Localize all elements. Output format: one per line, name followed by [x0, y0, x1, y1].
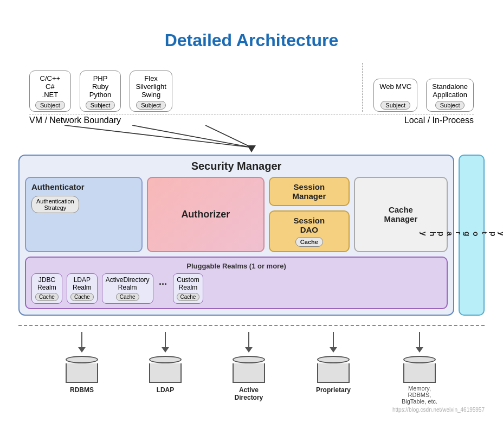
arrow-line-rdbms [81, 332, 82, 347]
cylinder-label-proprietary: Proprietary [316, 386, 351, 394]
clients-section: C/C++ C# .NET Subject PHP Ruby Python Su… [18, 60, 485, 112]
realm-ldap: LDAPRealm Cache [67, 273, 98, 304]
realm-activedir-label: ActiveDirectoryRealm [106, 276, 150, 291]
arrow-line-ldap [165, 332, 166, 347]
lower-boundary [18, 320, 485, 330]
client-php-line3: Python [86, 91, 115, 99]
realm-custom-cache: Cache [177, 293, 200, 301]
watermark: https://blog.csdn.net/weixin_46195957 [18, 407, 485, 413]
arrow-down-memory [416, 347, 423, 353]
session-manager-box: SessionManager [269, 177, 350, 206]
security-manager-box: Security Manager Authenticator Authentic… [18, 155, 454, 316]
client-flex-line2: Silverlight [136, 82, 166, 91]
lower-dashed-line [18, 325, 485, 326]
cylinder-top-proprietary [317, 356, 350, 363]
boundary-section: VM / Network Boundary Local / In-Process [29, 114, 474, 125]
arrow-rdbms [78, 332, 86, 354]
datastore-activedir-col: ActiveDirectory [233, 332, 265, 401]
client-webmvc: Web MVC Subject [373, 79, 417, 112]
arrow-activedir [245, 332, 253, 354]
authorizer-title: Authorizer [181, 209, 230, 220]
realm-custom: CustomRealm Cache [173, 273, 204, 304]
realm-jdbc: JDBCRealm Cache [31, 273, 62, 304]
components-top-row: Authenticator AuthenticationStrategy Aut… [25, 177, 448, 252]
cylinder-top-memory [403, 356, 436, 363]
client-flex-line1: Flex [136, 74, 166, 82]
security-manager-title: Security Manager [25, 160, 448, 172]
realm-jdbc-label: JDBCRealm [35, 276, 59, 291]
authenticator-title: Authenticator [31, 182, 136, 191]
session-dao-title: SessionDAO [275, 216, 343, 234]
client-php: PHP Ruby Python Subject [80, 71, 121, 112]
cylinder-label-ldap: LDAP [157, 386, 175, 394]
session-dao-cache-badge: Cache [295, 237, 323, 247]
authorizer-box: Authorizer [147, 177, 265, 252]
diagram-container: Detailed Architecture C/C++ C# .NET Subj… [8, 25, 495, 424]
client-standalone-line2: Application [432, 91, 468, 99]
page-title: Detailed Architecture [18, 30, 485, 50]
bottom-row: Pluggable Realms (1 or more) JDBCRealm C… [25, 257, 448, 309]
boundary-right-label: Local / In-Process [404, 116, 474, 125]
arrow-line-activedir [248, 332, 249, 347]
cylinder-ldap [149, 356, 182, 383]
client-standalone: Standalone Application Subject [426, 79, 474, 112]
cylinder-body-activedir [233, 363, 265, 383]
client-standalone-line1: Standalone [432, 82, 468, 91]
cylinder-top-rdbms [66, 356, 98, 363]
client-cpp-badge: Subject [35, 101, 65, 110]
arrow-proprietary [330, 332, 337, 354]
bottom-section: RDBMS LDAP ActiveDirectory [18, 332, 485, 405]
arrow-memory [416, 332, 423, 354]
left-clients-group: C/C++ C# .NET Subject PHP Ruby Python Su… [29, 71, 351, 112]
arrow-down-rdbms [78, 347, 86, 353]
cylinder-body-rdbms [66, 363, 98, 383]
svg-line-2 [205, 125, 252, 148]
client-cpp: C/C++ C# .NET Subject [29, 71, 71, 112]
arrow-down-proprietary [330, 347, 337, 353]
client-cpp-line3: .NET [35, 91, 65, 99]
session-manager-title: SessionManager [293, 182, 326, 201]
arrow-down-ldap [162, 347, 169, 353]
client-flex-badge: Subject [136, 101, 166, 110]
arrow-line-memory [419, 332, 420, 347]
cryptography-label: Cryptography [420, 232, 503, 238]
realms-section: Pluggable Realms (1 or more) JDBCRealm C… [25, 257, 448, 309]
auth-strategy-badge: AuthenticationStrategy [31, 196, 79, 213]
client-php-line2: Ruby [86, 82, 115, 91]
boundary-line [29, 114, 474, 114]
cryptography-box: Cryptography [459, 155, 485, 316]
vertical-separator [362, 63, 363, 112]
boundary-left-label: VM / Network Boundary [29, 116, 121, 125]
cache-manager-box: CacheManager [354, 177, 448, 252]
realm-activedir-cache: Cache [116, 293, 139, 301]
datastore-proprietary-col: Proprietary [316, 332, 351, 394]
client-flex: Flex Silverlight Swing Subject [130, 71, 172, 112]
realm-ldap-label: LDAPRealm [70, 276, 94, 291]
right-clients-group: Web MVC Subject Standalone Application S… [373, 79, 474, 112]
svg-marker-3 [247, 145, 256, 152]
cylinder-memory [403, 356, 436, 383]
client-webmvc-badge: Subject [381, 101, 410, 110]
client-cpp-line2: C# [35, 82, 65, 91]
datastore-memory-col: Memory,RDBMS,BigTable, etc. [402, 332, 437, 405]
arrow-ldap [162, 332, 169, 354]
client-standalone-badge: Subject [435, 101, 465, 110]
realm-dots: ··· [158, 273, 169, 290]
realm-activedir: ActiveDirectoryRealm Cache [102, 273, 153, 304]
realms-title: Pluggable Realms (1 or more) [31, 262, 441, 270]
cylinder-top-ldap [149, 356, 182, 363]
datastore-ldap-col: LDAP [149, 332, 182, 394]
cylinder-body-proprietary [317, 363, 350, 383]
cylinder-rdbms [66, 356, 98, 383]
client-webmvc-label: Web MVC [379, 82, 411, 91]
cylinder-label-rdbms: RDBMS [70, 386, 94, 394]
cylinder-label-activedir: ActiveDirectory [235, 386, 263, 401]
right-col: SessionManager SessionDAO Cache [269, 177, 350, 252]
client-flex-line3: Swing [136, 91, 166, 99]
svg-line-1 [132, 125, 252, 148]
realm-jdbc-cache: Cache [35, 293, 59, 301]
arrow-down-activedir [245, 347, 253, 353]
client-php-line1: PHP [86, 74, 115, 82]
authenticator-box: Authenticator AuthenticationStrategy [25, 177, 143, 252]
cylinder-body-memory [403, 363, 436, 383]
